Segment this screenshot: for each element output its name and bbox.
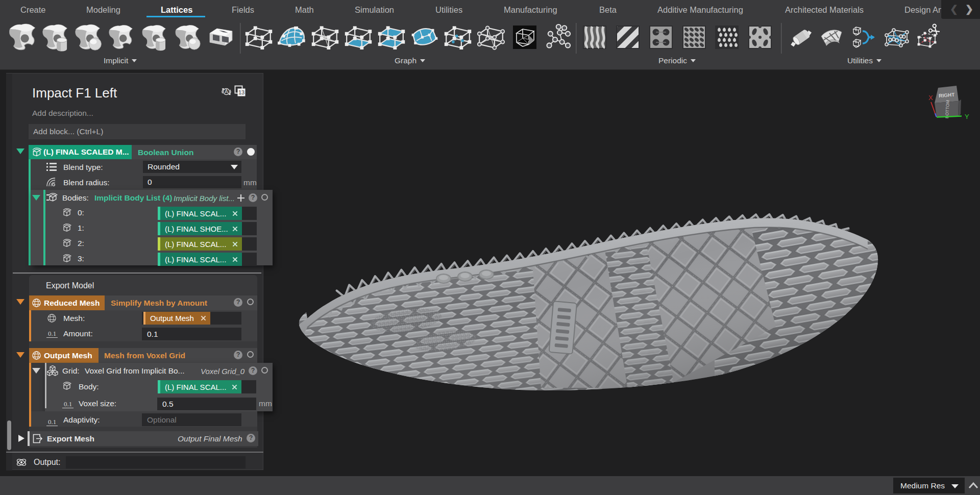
svg-text:13: 13	[238, 89, 244, 95]
svg-text:X: X	[928, 94, 933, 102]
svg-text:A: A	[225, 88, 228, 94]
svg-text:BOTTOM: BOTTOM	[944, 100, 950, 119]
svg-text:Y: Y	[965, 113, 969, 120]
